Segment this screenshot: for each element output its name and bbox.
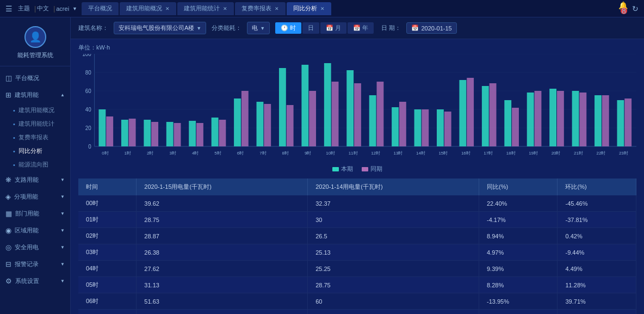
svg-text:4时: 4时 <box>192 151 199 156</box>
tab-rate-report[interactable]: 复费率报表 ✕ <box>235 2 286 15</box>
tab-close-building-overview[interactable]: ✕ <box>165 6 170 11</box>
time-btn-year[interactable]: 📅 年 <box>348 22 374 34</box>
tab-close-yoy[interactable]: ✕ <box>320 6 325 11</box>
user-label[interactable]: acrei <box>56 5 69 12</box>
table-row: 00时 39.62 32.37 22.40% -45.46% <box>78 195 636 212</box>
settings-icon: ⚙ <box>5 277 12 285</box>
platform-icon: ◫ <box>5 74 12 82</box>
time-button-group: 🕐 时 日 📅 月 📅 年 <box>275 22 374 34</box>
svg-text:23时: 23时 <box>619 151 628 156</box>
sidebar-item-building-overview[interactable]: 建筑用能概况 <box>9 103 70 117</box>
tab-close-building-stats[interactable]: ✕ <box>223 6 227 11</box>
svg-rect-73 <box>549 89 556 146</box>
svg-rect-34 <box>257 102 264 146</box>
sidebar-item-building-energy[interactable]: ⊞ 建筑用能 ▲ <box>0 87 70 103</box>
time-btn-hour[interactable]: 🕐 时 <box>275 22 301 34</box>
sidebar-item-branch[interactable]: ❋ 支路用能 ▼ <box>0 171 70 188</box>
svg-text:40: 40 <box>85 107 91 113</box>
cell-prev: 26.5 <box>308 228 479 244</box>
svg-text:15时: 15时 <box>438 151 448 156</box>
sidebar-item-settings[interactable]: ⚙ 系统设置 ▼ <box>0 273 70 290</box>
building-dropdown-icon: ▼ <box>196 26 201 31</box>
svg-rect-49 <box>369 95 376 146</box>
sidebar: 👤 能耗管理系统 ◫ 平台概况 ⊞ 建筑用能 ▲ 建筑用能概况 建筑用能统计 <box>0 17 71 314</box>
cell-current: 28.75 <box>137 212 308 228</box>
building-select[interactable]: 安科瑞电气股份有限公司A楼 ▼ <box>114 22 206 34</box>
sidebar-item-yoy[interactable]: 同比分析 <box>9 144 70 158</box>
table-row: 03时 26.38 25.13 4.97% -9.44% <box>78 244 636 261</box>
sidebar-item-safety[interactable]: ◎ 安全用电 ▼ <box>0 239 70 256</box>
sidebar-item-dept[interactable]: ▦ 部门用能 ▼ <box>0 205 70 222</box>
sidebar-item-rate-report[interactable]: 复费率报表 <box>9 131 70 144</box>
svg-rect-62 <box>467 78 474 146</box>
cell-mom: -37.81% <box>558 212 636 228</box>
svg-text:80: 80 <box>85 70 91 76</box>
tab-close-rate-report[interactable]: ✕ <box>275 6 279 11</box>
cell-time: 04时 <box>78 261 137 277</box>
cell-time: 03时 <box>78 244 137 261</box>
system-title: 能耗管理系统 <box>17 51 53 59</box>
sidebar-item-energy-flow[interactable]: 能源流向图 <box>9 158 70 171</box>
svg-text:18时: 18时 <box>506 151 516 156</box>
svg-rect-22 <box>166 122 174 146</box>
cell-mom: -9.44% <box>558 244 636 261</box>
sidebar-item-sub-items[interactable]: ◈ 分项用能 ▼ <box>0 188 70 205</box>
svg-rect-17 <box>129 119 136 146</box>
svg-rect-68 <box>512 108 519 146</box>
time-btn-month[interactable]: 📅 月 <box>320 22 346 34</box>
safety-icon: ◎ <box>5 243 11 251</box>
tab-platform[interactable]: 平台概况 <box>82 2 119 15</box>
legend-prev-color <box>362 167 368 171</box>
hamburger-menu[interactable]: ☰ <box>5 4 13 13</box>
sidebar-item-building-stats[interactable]: 建筑用能统计 <box>9 117 70 131</box>
cell-time: 05时 <box>78 277 137 293</box>
svg-text:60: 60 <box>85 88 91 94</box>
svg-rect-44 <box>332 82 339 146</box>
cell-yoy: 8.28% <box>479 277 558 293</box>
tab-building-stats[interactable]: 建筑用能统计 ✕ <box>177 2 234 15</box>
time-btn-day[interactable]: 日 <box>302 22 319 34</box>
data-table-section: 时间 2020-1-15用电量(千瓦时) 2020-1-14用电量(千瓦时) 同… <box>71 178 644 314</box>
svg-text:13时: 13时 <box>394 151 403 156</box>
svg-rect-55 <box>414 109 422 146</box>
col-header-yoy: 同比(%) <box>479 178 558 195</box>
tab-building-overview[interactable]: 建筑用能概况 ✕ <box>120 2 176 15</box>
table-row: 05时 31.13 28.75 8.28% 11.28% <box>78 277 636 293</box>
sidebar-item-zone[interactable]: ◉ 区域用能 ▼ <box>0 222 70 239</box>
user-dropdown-icon[interactable]: ▼ <box>72 6 77 11</box>
svg-text:0: 0 <box>88 144 91 150</box>
col-header-current: 2020-1-15用电量(千瓦时) <box>137 178 308 195</box>
legend-current-color <box>332 167 339 171</box>
svg-text:12时: 12时 <box>371 151 380 156</box>
svg-rect-56 <box>422 109 429 146</box>
calendar-icon: 📅 <box>411 24 419 32</box>
cell-yoy: 4.97% <box>479 244 558 261</box>
refresh-icon[interactable]: ↻ <box>632 4 639 13</box>
main-layout: 👤 能耗管理系统 ◫ 平台概况 ⊞ 建筑用能 ▲ 建筑用能概况 建筑用能统计 <box>0 17 644 314</box>
svg-text:16时: 16时 <box>461 151 470 156</box>
svg-rect-47 <box>354 83 361 146</box>
cell-current: 51.63 <box>137 293 308 310</box>
svg-rect-28 <box>212 118 219 146</box>
sidebar-item-platform[interactable]: ◫ 平台概况 <box>0 70 70 87</box>
chevron-right-icon3: ▼ <box>60 211 65 216</box>
notification-icon[interactable]: 🔔 8 <box>618 1 628 16</box>
table-row: 07时 48 45.63 5.19% -7.56% <box>78 310 636 315</box>
col-header-time: 时间 <box>78 178 137 195</box>
chevron-right-icon5: ▼ <box>60 245 65 250</box>
tab-bar: 平台概况 建筑用能概况 ✕ 建筑用能统计 ✕ 复费率报表 ✕ 同比分析 ✕ <box>82 2 618 15</box>
cell-yoy: 5.19% <box>479 310 558 315</box>
svg-text:17时: 17时 <box>484 151 493 156</box>
cell-current: 28.87 <box>137 228 308 244</box>
building-label: 建筑名称： <box>78 24 108 32</box>
sidebar-item-alarm[interactable]: ⊟ 报警记录 ▼ <box>0 256 70 273</box>
legend-current: 本期 <box>332 165 353 173</box>
tab-yoy-analysis[interactable]: 同比分析 ✕ <box>287 2 331 15</box>
lang-selector[interactable]: 中文 <box>37 4 49 13</box>
theme-selector[interactable]: 主题 <box>18 4 30 13</box>
cell-yoy: -13.95% <box>479 293 558 310</box>
chevron-right-icon: ▼ <box>60 177 65 182</box>
date-picker[interactable]: 📅 2020-01-15 <box>406 22 456 34</box>
data-table: 时间 2020-1-15用电量(千瓦时) 2020-1-14用电量(千瓦时) 同… <box>78 178 636 314</box>
category-select[interactable]: 电 ▼ <box>247 22 270 34</box>
